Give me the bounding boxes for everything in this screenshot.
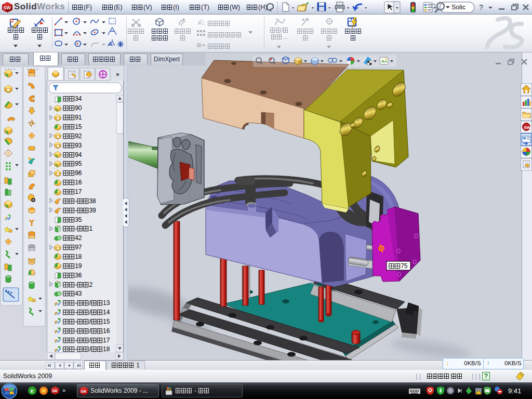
svg-text:17: 17	[75, 188, 82, 195]
svg-text:42: 42	[75, 234, 82, 242]
svg-text:/: /	[89, 337, 91, 344]
svg-text:-: -	[75, 281, 77, 288]
svg-text:/: /	[89, 299, 91, 307]
svg-text:16: 16	[75, 179, 82, 186]
svg-text:75: 75	[401, 262, 408, 270]
svg-text:Solic: Solic	[451, 4, 466, 11]
svg-text:36: 36	[75, 272, 82, 279]
svg-text:/: /	[89, 345, 91, 353]
svg-text:92: 92	[75, 132, 82, 140]
svg-text:16: 16	[103, 327, 110, 335]
svg-text:?: ?	[479, 3, 484, 11]
svg-text:34: 34	[75, 95, 82, 102]
svg-text:-: -	[75, 327, 77, 335]
svg-text:SW: SW	[52, 389, 58, 393]
svg-text:97: 97	[75, 244, 82, 251]
svg-text:15: 15	[103, 318, 110, 325]
svg-text:18: 18	[75, 253, 82, 260]
svg-text:38: 38	[89, 197, 96, 205]
svg-text:18: 18	[103, 345, 110, 353]
svg-text:»: »	[116, 71, 119, 78]
svg-text:SW: SW	[524, 125, 530, 130]
svg-text:91: 91	[75, 114, 82, 121]
svg-text:2: 2	[89, 281, 92, 288]
svg-text:»: »	[62, 387, 65, 393]
svg-text:94: 94	[75, 151, 82, 158]
svg-text:93: 93	[75, 142, 82, 149]
svg-text:-: -	[75, 197, 77, 205]
svg-text:-: -	[75, 337, 77, 344]
svg-text:-: -	[75, 345, 77, 353]
svg-text:90: 90	[75, 104, 82, 112]
svg-text:15: 15	[75, 123, 82, 130]
svg-text:/: /	[89, 327, 91, 335]
svg-text:e: e	[31, 388, 34, 394]
svg-text:35: 35	[75, 216, 82, 223]
svg-text:-: -	[75, 318, 77, 325]
svg-text:-: -	[75, 207, 77, 214]
svg-text:17: 17	[103, 337, 110, 344]
svg-text:-: -	[75, 299, 77, 307]
svg-text:SW: SW	[81, 390, 87, 393]
svg-text:39: 39	[89, 207, 96, 214]
svg-text:-: -	[75, 309, 77, 316]
svg-text:14: 14	[103, 309, 110, 316]
svg-text:1: 1	[89, 225, 92, 232]
svg-text:95: 95	[75, 160, 82, 167]
svg-text:96: 96	[75, 169, 82, 177]
svg-text:19: 19	[75, 262, 82, 270]
svg-text:13: 13	[103, 299, 110, 307]
svg-text:-: -	[75, 225, 77, 232]
svg-text:/: /	[89, 309, 91, 316]
svg-text:/: /	[89, 318, 91, 325]
svg-text:43: 43	[75, 290, 82, 297]
svg-text:SW: SW	[3, 5, 11, 10]
